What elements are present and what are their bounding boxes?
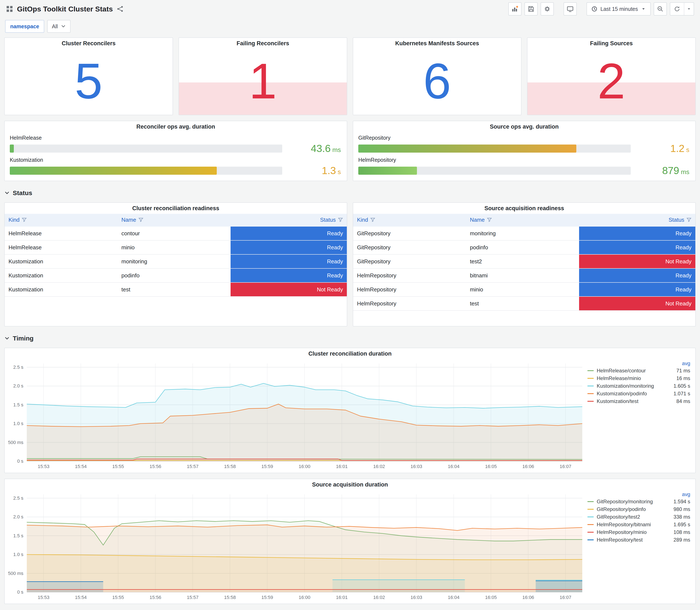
app-header: GitOps Toolkit Cluster Stats Last 15 min… bbox=[4, 0, 696, 18]
svg-text:1.0 s: 1.0 s bbox=[13, 421, 23, 426]
cycle-view-button[interactable] bbox=[564, 2, 577, 16]
stat-panel: Failing Sources2 bbox=[527, 37, 696, 115]
stat-panel: Failing Reconcilers1 bbox=[179, 37, 347, 115]
panel-title[interactable]: Cluster reconciliation readiness bbox=[5, 203, 347, 214]
time-series-panel: Cluster reconciliation duration15:5315:5… bbox=[4, 348, 696, 473]
svg-text:2.0 s: 2.0 s bbox=[13, 383, 23, 388]
time-range-picker[interactable]: Last 15 minutes bbox=[587, 2, 651, 16]
plot-area[interactable]: 15:5315:5415:5515:5615:5715:5815:5916:00… bbox=[5, 359, 586, 471]
gauge-label: GitRepository bbox=[358, 135, 690, 141]
table-row: HelmRepositorytestNot Ready bbox=[353, 296, 695, 310]
caret-down-icon bbox=[686, 6, 691, 12]
status-badge: Ready bbox=[231, 269, 347, 282]
legend-item[interactable]: HelmRelease/minio16 ms bbox=[587, 374, 690, 382]
time-series-plot[interactable]: 15:5315:5415:5515:5615:5715:5815:5916:00… bbox=[5, 490, 586, 601]
column-header-name[interactable]: Name bbox=[466, 214, 579, 227]
section-status[interactable]: Status bbox=[4, 187, 696, 199]
cell-kind: GitRepository bbox=[353, 240, 466, 254]
filter-icon[interactable] bbox=[338, 218, 343, 224]
legend-item[interactable]: Kustomization/podinfo1.071 s bbox=[587, 390, 690, 398]
filter-icon[interactable] bbox=[370, 218, 375, 224]
add-panel-button[interactable] bbox=[508, 2, 521, 16]
panel-title[interactable]: Source acquisition readiness bbox=[353, 203, 695, 214]
svg-text:16:01: 16:01 bbox=[336, 464, 348, 469]
series-avg-value: 71 ms bbox=[677, 368, 690, 374]
svg-text:2.5 s: 2.5 s bbox=[13, 495, 23, 501]
table-row: HelmReleasecontourReady bbox=[5, 227, 347, 240]
legend-item[interactable]: GitRepository/podinfo980 ms bbox=[587, 505, 690, 513]
panel-title[interactable]: Cluster reconciliation duration bbox=[5, 348, 695, 359]
chart-legend: avgHelmRelease/contour71 msHelmRelease/m… bbox=[586, 359, 695, 471]
svg-text:16:05: 16:05 bbox=[485, 595, 497, 600]
svg-text:500 ms: 500 ms bbox=[8, 440, 23, 445]
cell-status: Not Ready bbox=[579, 254, 695, 269]
legend-item[interactable]: GitRepository/test2338 ms bbox=[587, 513, 690, 521]
panel-title[interactable]: Source ops avg. duration bbox=[353, 121, 695, 132]
cell-kind: Kustomization bbox=[5, 283, 117, 296]
dashboard-settings-button[interactable] bbox=[541, 2, 554, 16]
legend-item[interactable]: HelmRelease/contour71 ms bbox=[587, 367, 690, 374]
column-header-kind[interactable]: Kind bbox=[5, 214, 117, 227]
cell-kind: HelmRelease bbox=[5, 227, 117, 240]
series-avg-value: 108 ms bbox=[673, 529, 690, 535]
cell-kind: HelmRepository bbox=[353, 283, 466, 296]
toolbar: Last 15 minutes bbox=[508, 2, 694, 16]
cell-name: minio bbox=[466, 283, 579, 296]
filter-icon[interactable] bbox=[22, 218, 27, 224]
svg-text:15:56: 15:56 bbox=[150, 595, 161, 600]
filter-icon[interactable] bbox=[487, 218, 492, 224]
plot-area[interactable]: 15:5315:5415:5515:5615:5715:5815:5916:00… bbox=[5, 490, 586, 603]
svg-text:16:07: 16:07 bbox=[560, 595, 571, 600]
gauge-fill bbox=[10, 167, 217, 175]
series-color-swatch bbox=[587, 501, 594, 502]
svg-text:16:04: 16:04 bbox=[448, 464, 459, 469]
bar-gauge-panel: Reconciler ops avg. durationHelmRelease4… bbox=[4, 121, 347, 181]
series-name: Kustomization/podinfo bbox=[597, 391, 647, 397]
section-timing[interactable]: Timing bbox=[4, 332, 696, 345]
legend-item[interactable]: HelmRepository/test289 ms bbox=[587, 536, 690, 544]
series-color-swatch bbox=[587, 532, 594, 533]
refresh-button[interactable] bbox=[670, 3, 684, 15]
share-icon[interactable] bbox=[117, 5, 124, 12]
svg-text:16:06: 16:06 bbox=[522, 595, 534, 600]
gauge-track bbox=[10, 167, 282, 175]
series-color-swatch bbox=[587, 401, 594, 402]
cell-kind: GitRepository bbox=[353, 254, 466, 269]
svg-text:16:00: 16:00 bbox=[298, 464, 310, 469]
variable-value-dropdown[interactable]: All bbox=[47, 20, 70, 33]
cell-kind: GitRepository bbox=[353, 227, 466, 240]
apps-grid-icon[interactable] bbox=[6, 5, 13, 13]
table-row: HelmReleaseminioReady bbox=[5, 240, 347, 254]
series-color-swatch bbox=[587, 540, 594, 540]
series-avg-value: 1.605 s bbox=[673, 383, 690, 389]
svg-text:16:06: 16:06 bbox=[522, 464, 534, 469]
cell-status: Ready bbox=[231, 254, 347, 269]
series-name: GitRepository/monitoring bbox=[597, 499, 653, 504]
legend-item[interactable]: Kustomization/test84 ms bbox=[587, 398, 690, 405]
legend-item[interactable]: HelmRepository/bitnami1.695 s bbox=[587, 521, 690, 528]
panel-title[interactable]: Reconciler ops avg. duration bbox=[5, 121, 347, 132]
filter-icon[interactable] bbox=[686, 218, 691, 224]
series-avg-value: 1.071 s bbox=[673, 391, 690, 397]
column-header-status[interactable]: Status bbox=[579, 214, 695, 227]
zoom-out-time-button[interactable] bbox=[654, 2, 667, 16]
save-dashboard-button[interactable] bbox=[524, 2, 538, 16]
legend-item[interactable]: Kustomization/monitoring1.605 s bbox=[587, 382, 690, 390]
legend-item[interactable]: GitRepository/monitoring1.594 s bbox=[587, 498, 690, 505]
time-series-plot[interactable]: 15:5315:5415:5515:5615:5715:5815:5916:00… bbox=[5, 359, 586, 470]
filter-icon[interactable] bbox=[139, 218, 144, 224]
readiness-table: KindNameStatusGitRepositorymonitoringRea… bbox=[353, 214, 695, 311]
svg-text:15:58: 15:58 bbox=[224, 595, 236, 600]
funnel-icon bbox=[338, 218, 343, 223]
series-color-swatch bbox=[587, 516, 594, 517]
panel-title[interactable]: Source acquisition duration bbox=[5, 479, 695, 490]
column-header-name[interactable]: Name bbox=[117, 214, 230, 227]
refresh-interval-dropdown[interactable] bbox=[684, 3, 694, 15]
gauge-value: 1.2s bbox=[631, 143, 690, 154]
gauge-track bbox=[358, 167, 631, 175]
column-header-status[interactable]: Status bbox=[231, 214, 347, 227]
column-header-kind[interactable]: Kind bbox=[353, 214, 466, 227]
tv-icon bbox=[567, 5, 573, 12]
svg-text:15:57: 15:57 bbox=[187, 595, 198, 600]
legend-item[interactable]: HelmRepository/minio108 ms bbox=[587, 528, 690, 536]
